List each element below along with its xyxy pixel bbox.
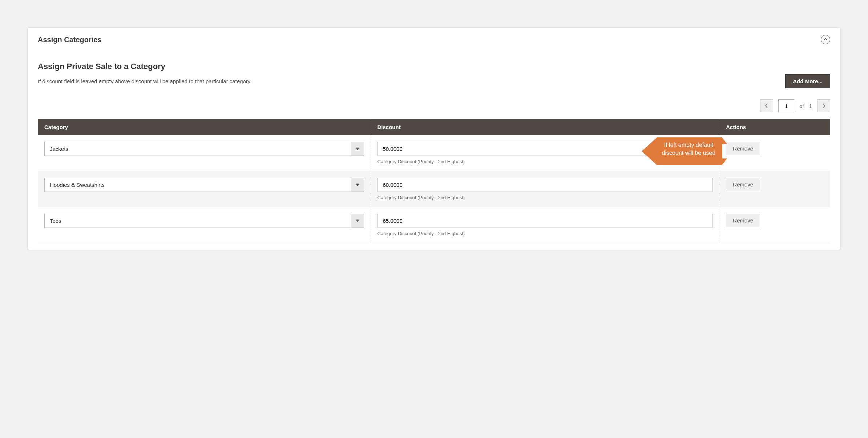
discount-input[interactable]: [378, 178, 713, 192]
pager-next-button[interactable]: [817, 99, 830, 112]
chevron-left-icon: [765, 103, 768, 108]
discount-hint: Category Discount (Priority - 2nd Highes…: [378, 159, 713, 164]
pager-prev-button[interactable]: [760, 99, 773, 112]
remove-button[interactable]: Remove: [726, 142, 760, 155]
add-more-button[interactable]: Add More...: [785, 74, 830, 88]
discount-hint: Category Discount (Priority - 2nd Highes…: [378, 231, 713, 236]
help-row: If discount field is leaved empty above …: [38, 74, 830, 88]
section-body: Assign Private Sale to a Category If dis…: [28, 62, 840, 243]
pager-total-pages: 1: [809, 103, 812, 109]
assign-categories-panel: Assign Categories Assign Private Sale to…: [27, 27, 841, 250]
category-select[interactable]: Hoodies & Sweatshirts: [44, 178, 364, 192]
table-row: Jackets Category Discount (Priority - 2n…: [38, 135, 830, 171]
pager: of 1: [38, 99, 830, 112]
category-select-toggle[interactable]: [351, 142, 364, 156]
category-select-toggle[interactable]: [351, 178, 364, 192]
category-select-toggle[interactable]: [351, 214, 364, 228]
pager-of-label: of: [799, 103, 804, 109]
column-header-discount: Discount: [371, 119, 719, 135]
category-select-value: Jackets: [44, 142, 351, 156]
caret-down-icon: [356, 148, 359, 150]
caret-down-icon: [356, 184, 359, 186]
collapse-button[interactable]: [821, 35, 830, 44]
panel-header: Assign Categories: [28, 28, 840, 52]
chevron-up-icon: [823, 37, 828, 42]
caret-down-icon: [356, 220, 359, 222]
pager-page-input[interactable]: [778, 99, 794, 112]
category-select-value: Hoodies & Sweatshirts: [44, 178, 351, 192]
chevron-right-icon: [822, 103, 825, 108]
table-row: Tees Category Discount (Priority - 2nd H…: [38, 207, 830, 243]
table-row: Hoodies & Sweatshirts Category Discount …: [38, 171, 830, 207]
categories-grid: Category Discount Actions Jackets Catego…: [38, 119, 830, 243]
remove-button[interactable]: Remove: [726, 178, 760, 191]
column-header-category: Category: [38, 119, 371, 135]
discount-hint: Category Discount (Priority - 2nd Highes…: [378, 195, 713, 200]
category-select[interactable]: Jackets: [44, 142, 364, 156]
help-text: If discount field is leaved empty above …: [38, 78, 251, 84]
panel-title: Assign Categories: [38, 36, 102, 44]
remove-button[interactable]: Remove: [726, 214, 760, 227]
discount-input[interactable]: [378, 214, 713, 228]
category-select[interactable]: Tees: [44, 214, 364, 228]
category-select-value: Tees: [44, 214, 351, 228]
column-header-actions: Actions: [719, 119, 830, 135]
section-heading: Assign Private Sale to a Category: [38, 62, 830, 71]
discount-input[interactable]: [378, 142, 713, 156]
